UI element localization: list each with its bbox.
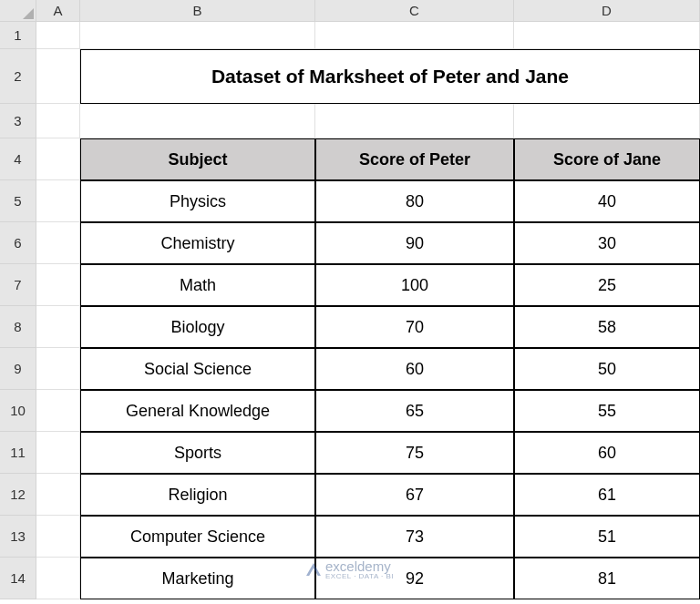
row-header-7[interactable]: 7: [0, 264, 36, 306]
cell-a11[interactable]: [36, 432, 80, 474]
header-peter[interactable]: Score of Peter: [315, 138, 514, 180]
cell-a5[interactable]: [36, 180, 80, 222]
cell-jane[interactable]: 40: [514, 180, 700, 222]
row-header-10[interactable]: 10: [0, 390, 36, 432]
row-header-9[interactable]: 9: [0, 348, 36, 390]
cell-b3[interactable]: [80, 104, 315, 138]
row-header-5[interactable]: 5: [0, 180, 36, 222]
cell-jane[interactable]: 25: [514, 264, 700, 306]
header-subject[interactable]: Subject: [80, 138, 315, 180]
cell-subject[interactable]: Computer Science: [80, 516, 315, 558]
dataset-title[interactable]: Dataset of Marksheet of Peter and Jane: [80, 49, 700, 104]
cell-subject[interactable]: Religion: [80, 474, 315, 516]
cell-a9[interactable]: [36, 348, 80, 390]
cell-a12[interactable]: [36, 474, 80, 516]
cell-jane[interactable]: 81: [514, 558, 700, 599]
cell-peter[interactable]: 92: [315, 558, 514, 599]
cell-a3[interactable]: [36, 104, 80, 138]
cell-jane[interactable]: 51: [514, 516, 700, 558]
col-header-d[interactable]: D: [514, 0, 700, 22]
cell-subject[interactable]: Physics: [80, 180, 315, 222]
row-header-8[interactable]: 8: [0, 306, 36, 348]
cell-b1[interactable]: [80, 22, 315, 49]
cell-peter[interactable]: 65: [315, 390, 514, 432]
select-all-corner[interactable]: [0, 0, 36, 22]
cell-c1[interactable]: [315, 22, 514, 49]
cell-subject[interactable]: Sports: [80, 432, 315, 474]
col-header-c[interactable]: C: [315, 0, 514, 22]
spreadsheet-grid: A B C D 1 2 Dataset of Marksheet of Pete…: [0, 0, 700, 599]
col-header-a[interactable]: A: [36, 0, 80, 22]
cell-subject[interactable]: Marketing: [80, 558, 315, 599]
row-header-6[interactable]: 6: [0, 222, 36, 264]
cell-a6[interactable]: [36, 222, 80, 264]
cell-peter[interactable]: 100: [315, 264, 514, 306]
row-header-14[interactable]: 14: [0, 558, 36, 599]
row-header-11[interactable]: 11: [0, 432, 36, 474]
cell-jane[interactable]: 58: [514, 306, 700, 348]
cell-peter[interactable]: 90: [315, 222, 514, 264]
cell-a13[interactable]: [36, 516, 80, 558]
header-jane[interactable]: Score of Jane: [514, 138, 700, 180]
cell-subject[interactable]: General Knowledge: [80, 390, 315, 432]
cell-a4[interactable]: [36, 138, 80, 180]
cell-jane[interactable]: 30: [514, 222, 700, 264]
cell-peter[interactable]: 60: [315, 348, 514, 390]
row-header-13[interactable]: 13: [0, 516, 36, 558]
cell-c3[interactable]: [315, 104, 514, 138]
row-header-3[interactable]: 3: [0, 104, 36, 138]
cell-a10[interactable]: [36, 390, 80, 432]
row-header-12[interactable]: 12: [0, 474, 36, 516]
cell-a7[interactable]: [36, 264, 80, 306]
cell-a8[interactable]: [36, 306, 80, 348]
cell-a14[interactable]: [36, 558, 80, 599]
cell-subject[interactable]: Math: [80, 264, 315, 306]
cell-d1[interactable]: [514, 22, 700, 49]
cell-d3[interactable]: [514, 104, 700, 138]
cell-subject[interactable]: Biology: [80, 306, 315, 348]
cell-peter[interactable]: 80: [315, 180, 514, 222]
row-header-1[interactable]: 1: [0, 22, 36, 49]
cell-jane[interactable]: 61: [514, 474, 700, 516]
cell-subject[interactable]: Social Science: [80, 348, 315, 390]
cell-a1[interactable]: [36, 22, 80, 49]
cell-jane[interactable]: 50: [514, 348, 700, 390]
cell-jane[interactable]: 55: [514, 390, 700, 432]
col-header-b[interactable]: B: [80, 0, 315, 22]
cell-subject[interactable]: Chemistry: [80, 222, 315, 264]
cell-jane[interactable]: 60: [514, 432, 700, 474]
cell-peter[interactable]: 75: [315, 432, 514, 474]
row-header-2[interactable]: 2: [0, 49, 36, 104]
cell-peter[interactable]: 67: [315, 474, 514, 516]
cell-peter[interactable]: 73: [315, 516, 514, 558]
cell-a2[interactable]: [36, 49, 80, 104]
cell-peter[interactable]: 70: [315, 306, 514, 348]
row-header-4[interactable]: 4: [0, 138, 36, 180]
